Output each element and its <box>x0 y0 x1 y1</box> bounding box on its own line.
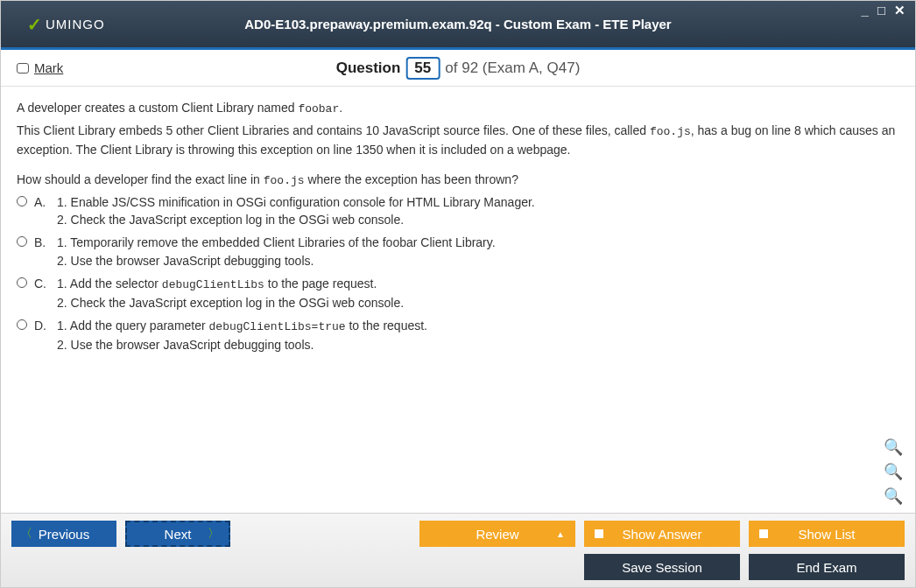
radio-icon[interactable] <box>17 196 27 206</box>
option-c[interactable]: C. 1. Add the selector debugClientLibs t… <box>17 275 899 312</box>
check-icon: ✓ <box>27 14 42 35</box>
question-header: Mark Question 55 of 92 (Exam A, Q47) <box>1 50 915 87</box>
option-body: 1. Temporarily remove the embedded Clien… <box>57 234 899 270</box>
next-button[interactable]: Next 〉 <box>125 521 230 547</box>
footer: 〈 Previous Next 〉 Review ▲ Show Answer S… <box>1 513 915 587</box>
checkbox-icon[interactable] <box>17 63 29 74</box>
window-controls: _ □ ✕ <box>859 3 908 18</box>
mark-label: Mark <box>34 60 63 75</box>
question-number: 55 <box>405 57 440 80</box>
option-label: D. <box>34 317 50 334</box>
title-bar: ✓ UMINGO AD0-E103.prepaway.premium.exam.… <box>1 1 915 50</box>
mark-checkbox[interactable]: Mark <box>17 60 63 75</box>
show-answer-button[interactable]: Show Answer <box>584 521 740 547</box>
show-list-button[interactable]: Show List <box>749 521 905 547</box>
end-exam-button[interactable]: End Exam <box>749 554 905 580</box>
option-b[interactable]: B. 1. Temporarily remove the embedded Cl… <box>17 234 899 270</box>
radio-icon[interactable] <box>17 277 27 288</box>
option-body: 1. Add the query parameter debugClientLi… <box>57 317 899 354</box>
chevron-right-icon: 〉 <box>208 526 220 542</box>
zoom-out-icon[interactable]: 🔍 <box>884 485 903 504</box>
option-label: B. <box>34 234 50 251</box>
question-word: Question <box>336 60 401 77</box>
window-title: AD0-E103.prepaway.premium.exam.92q - Cus… <box>244 17 671 32</box>
maximize-icon[interactable]: □ <box>875 3 888 18</box>
option-body: 1. Enable JS/CSS minification in OSGi co… <box>57 193 899 229</box>
option-label: A. <box>34 193 50 211</box>
review-button[interactable]: Review ▲ <box>419 521 575 547</box>
square-icon <box>595 529 603 538</box>
logo-text: UMINGO <box>46 17 105 32</box>
option-label: C. <box>34 275 50 292</box>
minimize-icon[interactable]: _ <box>859 3 871 18</box>
option-body: 1. Add the selector debugClientLibs to t… <box>57 275 899 312</box>
zoom-tools: 🔍 🔍 🔍 <box>884 436 903 504</box>
close-icon[interactable]: ✕ <box>891 3 908 18</box>
save-session-button[interactable]: Save Session <box>584 554 740 580</box>
search-icon[interactable]: 🔍 <box>884 436 903 455</box>
question-of: of 92 (Exam A, Q47) <box>445 60 580 77</box>
previous-button[interactable]: 〈 Previous <box>11 521 116 547</box>
triangle-up-icon: ▲ <box>556 529 565 539</box>
option-d[interactable]: D. 1. Add the query parameter debugClien… <box>17 317 899 354</box>
chevron-left-icon: 〈 <box>20 526 32 542</box>
question-info: Question 55 of 92 (Exam A, Q47) <box>336 57 581 80</box>
content-area: A developer creates a custom Client Libr… <box>1 87 915 513</box>
radio-icon[interactable] <box>17 319 27 330</box>
square-icon <box>759 529 768 538</box>
option-a[interactable]: A. 1. Enable JS/CSS minification in OSGi… <box>17 193 899 229</box>
zoom-in-icon[interactable]: 🔍 <box>884 460 903 480</box>
options-list: A. 1. Enable JS/CSS minification in OSGi… <box>17 193 899 354</box>
logo: ✓ UMINGO <box>27 14 105 35</box>
question-text: A developer creates a custom Client Libr… <box>17 99 899 190</box>
radio-icon[interactable] <box>17 236 27 247</box>
